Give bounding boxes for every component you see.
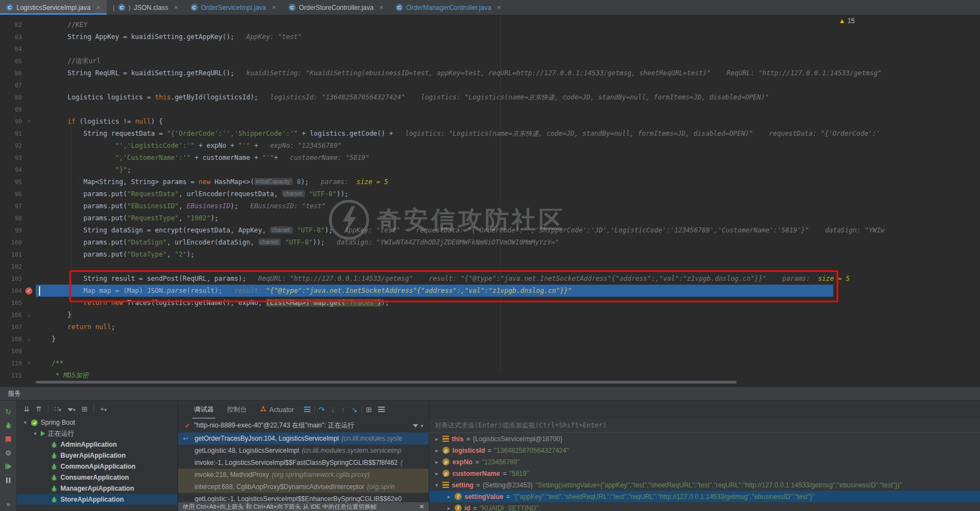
variable-customerName[interactable]: ▸pcustomerName="5819" (429, 468, 980, 479)
service-commonapiapplication[interactable]: CommonApiApplication (17, 461, 178, 472)
code-line[interactable]: 107 return null; (0, 321, 980, 333)
code-line[interactable]: 101 params.put("DataType", "2"); (0, 248, 980, 260)
filter-icon[interactable] (413, 424, 418, 427)
code-line[interactable]: 100 params.put("DataSign", urlEncoder(da… (0, 236, 980, 248)
code-line[interactable]: 89 (0, 103, 980, 115)
chevron-icon[interactable]: ▸ (434, 436, 440, 442)
debug-run-to-cursor-button[interactable]: ↘ (352, 406, 358, 414)
strip-rerun-button[interactable]: ↻ (4, 407, 13, 416)
chevron-icon[interactable]: ▸ (434, 459, 440, 465)
close-icon[interactable]: ✕ (419, 503, 424, 510)
code-editor[interactable]: 82 //KEY83 String AppKey = kuaidiSetting… (0, 15, 980, 386)
service-storeapiapplication[interactable]: StoreApiApplication (17, 494, 178, 505)
code-line[interactable]: 96 params.put("RequestData", urlEncoder(… (0, 188, 980, 200)
step-into-icon[interactable]: ↓ (331, 406, 335, 414)
service-consumerapplication[interactable]: ConsumerApplication (17, 472, 178, 483)
editor-tab-3[interactable]: COrderServiceImpl.java✕ (185, 0, 283, 15)
horizontal-scrollbar[interactable] (36, 381, 737, 384)
new-frame-icon[interactable]: ⊞ (81, 405, 87, 413)
strip-stop-button[interactable] (4, 435, 13, 443)
evaluate-expression-input[interactable]: 对表达式求值(Enter)或添加监视(Ctrl+Shift+Enter) (429, 419, 980, 433)
stack-frame-5[interactable]: intercept:688, CglibAopProxy$DynamicAdvi… (178, 481, 429, 493)
collapse-all-icon[interactable]: ⇈ (36, 405, 42, 413)
code-line[interactable]: 85 //请求url (0, 55, 980, 67)
code-line[interactable]: 86 String ReqURL = kuaidiSetting.getReqU… (0, 67, 980, 79)
filter-icon[interactable]: ▾ (68, 405, 76, 413)
chevron-icon[interactable]: ▸ (434, 448, 440, 453)
strip-settings-button[interactable]: ⚙ (4, 448, 13, 457)
code-line[interactable]: 83 String AppKey = kuaidiSetting.getAppK… (0, 31, 980, 43)
gutter-marker[interactable]: ✓ (22, 287, 36, 295)
code-line[interactable]: 90▿ if (logistics != null) { (0, 115, 980, 127)
thread-selector[interactable]: ✔ "http-nio-8889-exec-40"@22,743 在组"main… (178, 419, 429, 432)
debug-step-into-button[interactable]: ↓ (331, 406, 335, 414)
toolbar-group-button[interactable]: ∷▾ (54, 405, 62, 413)
step-out-icon[interactable]: ↑ (341, 406, 345, 414)
breakpoint-icon[interactable]: ✓ (25, 287, 32, 295)
code-line[interactable]: 84 (0, 43, 980, 55)
run-to-cursor-icon[interactable]: ↘ (352, 406, 358, 414)
editor-tab-5[interactable]: COrderManagerController.java✕ (390, 0, 507, 15)
service-正在运行[interactable]: ▾正在运行 (17, 428, 178, 439)
more-icon[interactable]: » (4, 499, 13, 508)
code-line[interactable]: 91 String requestData = "{'OrderCode':''… (0, 127, 980, 140)
debug-view-table-button[interactable]: ⊞ (366, 406, 372, 414)
stack-frame-2[interactable]: getLogistic:48, LogisticsServiceImpl(cn.… (178, 445, 429, 457)
toolbar-filter-button[interactable]: ▾ (68, 405, 76, 413)
step-over-icon[interactable]: ↷ (319, 406, 325, 414)
toolbar-add-button[interactable]: +▾ (100, 405, 107, 413)
stack-frame-4[interactable]: invoke:218, MethodProxy(org.springframew… (178, 469, 429, 481)
variable-id[interactable]: ▸fid="KUAIDI_SETTING" (429, 502, 980, 511)
code-line[interactable]: 82 //KEY (0, 19, 980, 31)
service-adminapplication[interactable]: AdminApplication (17, 439, 178, 450)
editor-tab-1[interactable]: CLogisticsServiceImpl.java✕ (0, 0, 107, 15)
code-line[interactable]: 105 return new Traces(logistics.getName(… (0, 297, 980, 309)
chevron-icon[interactable]: ▾ (32, 431, 38, 436)
inspection-warnings-widget[interactable]: ▲ 15 (839, 17, 855, 25)
table-view-icon[interactable]: ⊞ (366, 406, 372, 414)
variable-setting[interactable]: ▾setting={Setting@23453} "Setting(settin… (429, 479, 980, 491)
expand-all-icon[interactable]: ⇊ (24, 405, 30, 413)
editor-tab-2[interactable]: (C)JSON.class✕ (107, 0, 184, 15)
toolbar-new-frame-button[interactable]: ⊞ (81, 405, 87, 413)
strip-pause-button[interactable] (4, 476, 13, 485)
editor-tab-4[interactable]: COrderStoreController.java✕ (283, 0, 390, 15)
chevron-icon[interactable]: ▾ (434, 482, 440, 488)
variable-this[interactable]: ▸this={LogisticsServiceImpl@18700} (429, 433, 980, 445)
toolbar-collapse-all-button[interactable]: ⇈ (36, 405, 42, 413)
code-line[interactable]: 103 String result = sendPost(ReqURL, par… (0, 273, 980, 285)
code-line[interactable]: 95 Map<String, String> params = new Hash… (0, 176, 980, 188)
code-line[interactable]: 99 String dataSign = encrypt(requestData… (0, 224, 980, 236)
service-spring-boot[interactable]: ▾Spring Boot (17, 417, 178, 428)
group-by-icon[interactable]: ∷▾ (54, 405, 62, 413)
variable-logisticsId[interactable]: ▸plogisticsId="1364825870564327424" (429, 445, 980, 456)
code-line[interactable]: 111 * MD5加密 (0, 369, 980, 381)
close-icon[interactable]: ✕ (272, 4, 276, 10)
stack-frame-3[interactable]: invoke:-1, LogisticsServiceImpl$$FastCla… (178, 457, 429, 469)
close-icon[interactable]: ✕ (96, 4, 101, 10)
code-line[interactable]: 108▵ } (0, 333, 980, 345)
variable-expNo[interactable]: ▸pexpNo="123456789" (429, 456, 980, 468)
debugger-tab-控制台[interactable]: 控制台 (221, 401, 253, 419)
debugger-tab-调试器[interactable]: 调试器 (188, 401, 220, 419)
debug-step-over-button[interactable]: ↷ (319, 406, 325, 414)
code-line[interactable]: 93 ",'CustomerName':'" + customerName + … (0, 152, 980, 164)
debug-menu-button[interactable] (304, 406, 311, 414)
code-line[interactable]: 98 params.put("RequestType", "1002"); (0, 212, 980, 224)
code-line[interactable]: 106▵ } (0, 309, 980, 321)
strip-resume-button[interactable] (4, 462, 13, 471)
chevron-icon[interactable]: ▸ (446, 506, 452, 511)
chevron-icon[interactable]: ▸ (434, 471, 440, 476)
strip-debug-button[interactable] (4, 421, 13, 430)
code-line[interactable]: 92 "','LogisticCode':'" + expNo + "'" + … (0, 140, 980, 152)
code-line[interactable]: 88 Logistics logistics = this.getById(lo… (0, 91, 980, 103)
debug-step-out-button[interactable]: ↑ (341, 406, 345, 414)
service-managerapiapplication[interactable]: ManagerApiApplication (17, 483, 178, 494)
variable-settingValue[interactable]: ▸fsettingValue="{"appKey":"test","sheetR… (429, 491, 980, 502)
code-line[interactable]: 109 (0, 345, 980, 357)
code-line[interactable]: 97 params.put("EBusinessID", EBusinessID… (0, 200, 980, 212)
layout-icon[interactable] (378, 407, 385, 412)
stack-frame-1[interactable]: ↩getOrderTracesByJson:104, LogisticsServ… (178, 432, 429, 445)
service-buyerapiapplication[interactable]: BuyerApiApplication (17, 450, 178, 461)
debug-layout-button[interactable] (378, 406, 385, 414)
